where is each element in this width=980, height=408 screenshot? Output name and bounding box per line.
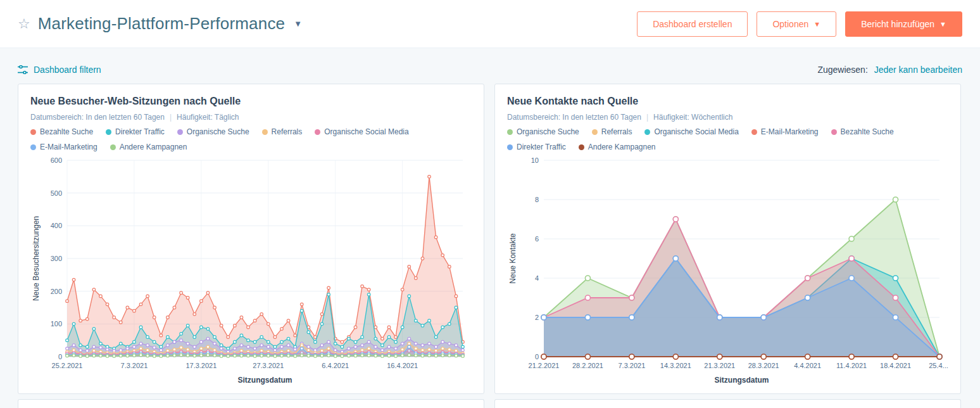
data-point[interactable]: [139, 347, 142, 350]
data-point[interactable]: [367, 340, 370, 343]
data-point[interactable]: [92, 345, 96, 348]
data-point[interactable]: [448, 322, 451, 326]
data-point[interactable]: [441, 254, 444, 257]
data-point[interactable]: [200, 354, 203, 357]
data-point[interactable]: [72, 278, 75, 281]
data-point[interactable]: [173, 306, 176, 309]
data-point[interactable]: [133, 354, 136, 357]
data-point[interactable]: [200, 347, 203, 350]
data-point[interactable]: [367, 288, 370, 291]
data-point[interactable]: [314, 355, 317, 358]
data-point[interactable]: [327, 286, 330, 290]
data-point[interactable]: [280, 328, 284, 331]
data-point[interactable]: [387, 336, 391, 339]
data-point[interactable]: [186, 324, 189, 328]
data-point[interactable]: [673, 217, 678, 222]
data-point[interactable]: [381, 355, 384, 358]
data-point[interactable]: [99, 354, 103, 357]
data-point[interactable]: [421, 257, 424, 260]
data-point[interactable]: [146, 295, 149, 298]
data-point[interactable]: [294, 355, 297, 358]
data-point[interactable]: [354, 354, 357, 357]
data-point[interactable]: [193, 336, 196, 339]
data-point[interactable]: [374, 326, 377, 329]
legend-item[interactable]: Direkter Traffic: [106, 127, 165, 136]
data-point[interactable]: [421, 344, 424, 347]
data-point[interactable]: [585, 354, 590, 359]
data-point[interactable]: [428, 175, 431, 179]
legend-item[interactable]: Organische Suche: [177, 127, 249, 136]
data-point[interactable]: [160, 355, 163, 358]
data-point[interactable]: [113, 355, 116, 358]
data-point[interactable]: [320, 344, 324, 347]
data-point[interactable]: [227, 336, 230, 339]
data-point[interactable]: [408, 342, 411, 345]
data-point[interactable]: [761, 354, 766, 359]
data-point[interactable]: [85, 345, 89, 348]
data-point[interactable]: [314, 340, 317, 343]
data-point[interactable]: [206, 354, 210, 357]
data-point[interactable]: [401, 326, 404, 329]
data-point[interactable]: [629, 354, 634, 359]
data-point[interactable]: [166, 354, 170, 357]
data-point[interactable]: [267, 322, 270, 326]
data-point[interactable]: [327, 340, 330, 343]
data-point[interactable]: [341, 345, 344, 348]
data-point[interactable]: [200, 326, 203, 329]
data-point[interactable]: [234, 324, 237, 328]
data-point[interactable]: [106, 355, 109, 358]
data-point[interactable]: [585, 295, 590, 300]
data-point[interactable]: [348, 337, 351, 340]
data-point[interactable]: [113, 316, 116, 319]
data-point[interactable]: [160, 334, 163, 337]
data-point[interactable]: [193, 345, 196, 348]
data-point[interactable]: [849, 256, 854, 261]
legend-item[interactable]: Organische Social Media: [644, 127, 738, 136]
add-report-button[interactable]: Bericht hinzufügen ▼: [845, 11, 962, 37]
data-point[interactable]: [160, 348, 163, 352]
data-point[interactable]: [455, 295, 458, 298]
data-point[interactable]: [166, 344, 170, 347]
data-point[interactable]: [294, 334, 297, 337]
legend-item[interactable]: Andere Kampagnen: [110, 143, 187, 151]
data-point[interactable]: [387, 345, 391, 348]
data-point[interactable]: [253, 340, 256, 343]
legend-item[interactable]: Andere Kampagnen: [579, 143, 656, 151]
data-point[interactable]: [186, 296, 189, 300]
data-point[interactable]: [173, 348, 176, 351]
data-point[interactable]: [85, 317, 89, 321]
legend-item[interactable]: Bezahlte Suche: [831, 127, 894, 136]
data-point[interactable]: [166, 336, 170, 339]
data-point[interactable]: [72, 322, 75, 326]
data-point[interactable]: [448, 348, 451, 351]
data-point[interactable]: [421, 354, 424, 357]
legend-item[interactable]: Organische Suche: [507, 127, 579, 136]
data-point[interactable]: [260, 336, 263, 339]
data-point[interactable]: [441, 347, 444, 350]
data-point[interactable]: [234, 354, 237, 357]
data-point[interactable]: [287, 337, 290, 340]
data-point[interactable]: [287, 319, 290, 322]
data-point[interactable]: [133, 345, 136, 348]
data-point[interactable]: [227, 355, 230, 358]
data-point[interactable]: [153, 316, 156, 319]
data-point[interactable]: [106, 303, 109, 306]
data-point[interactable]: [139, 303, 142, 306]
assigned-permission-link[interactable]: Jeder kann bearbeiten: [874, 65, 962, 75]
data-point[interactable]: [434, 336, 437, 339]
data-point[interactable]: [327, 293, 330, 296]
data-point[interactable]: [448, 354, 451, 357]
data-point[interactable]: [401, 348, 404, 351]
data-point[interactable]: [421, 324, 424, 328]
data-point[interactable]: [348, 347, 351, 350]
data-point[interactable]: [401, 354, 404, 357]
data-point[interactable]: [153, 346, 156, 349]
options-button[interactable]: Optionen ▼: [757, 11, 836, 37]
data-point[interactable]: [434, 236, 437, 239]
data-point[interactable]: [307, 354, 310, 357]
data-point[interactable]: [401, 288, 404, 291]
data-point[interactable]: [186, 342, 189, 345]
data-point[interactable]: [300, 303, 303, 306]
data-point[interactable]: [193, 313, 196, 316]
data-point[interactable]: [307, 331, 310, 334]
